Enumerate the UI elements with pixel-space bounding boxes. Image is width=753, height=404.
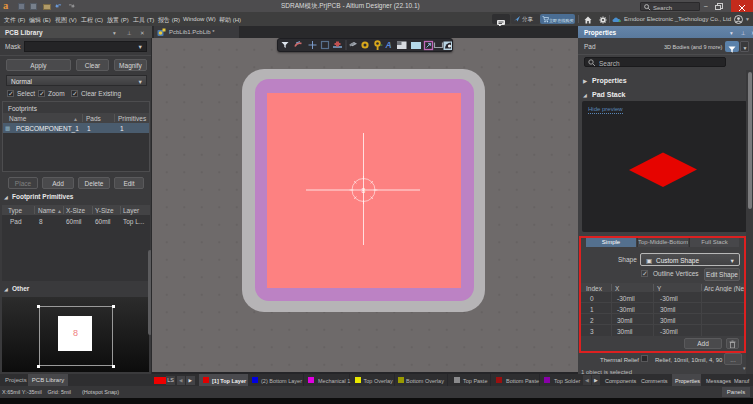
svg-text:A: A <box>385 40 392 50</box>
svg-text:8: 8 <box>362 187 366 194</box>
